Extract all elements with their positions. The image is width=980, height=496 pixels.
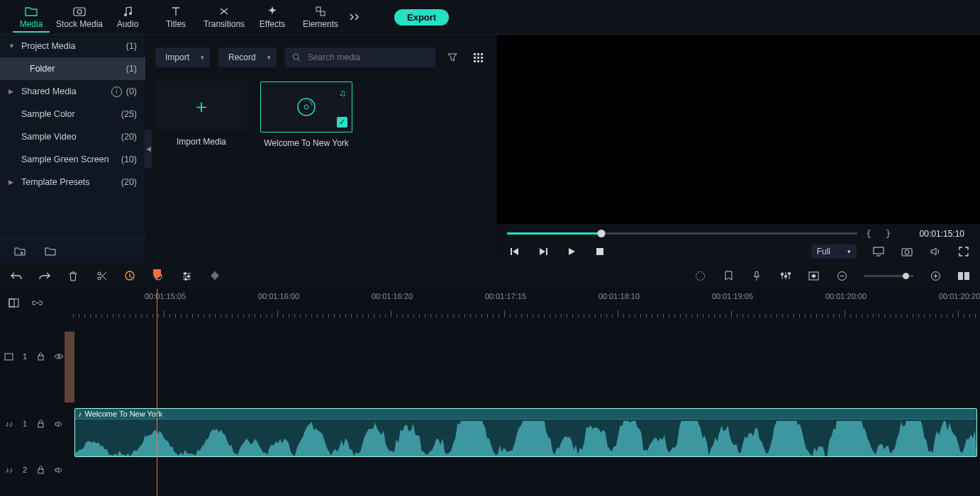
new-folder-icon[interactable] bbox=[14, 246, 25, 257]
svg-rect-41 bbox=[5, 354, 13, 360]
lock-icon[interactable] bbox=[35, 351, 45, 361]
chevron-down-icon: ▾ bbox=[847, 248, 851, 255]
svg-rect-8 bbox=[477, 53, 479, 55]
audio-track-number: 2 bbox=[23, 466, 27, 474]
media-card-caption: Import Media bbox=[177, 137, 226, 147]
transition-icon bbox=[218, 5, 230, 18]
search-input[interactable] bbox=[306, 52, 428, 63]
svg-rect-37 bbox=[958, 272, 963, 280]
link-icon[interactable] bbox=[32, 298, 43, 309]
snapshot-icon[interactable] bbox=[901, 245, 913, 258]
record-dropdown[interactable]: Record ▾ bbox=[218, 47, 277, 67]
zoom-slider[interactable] bbox=[864, 272, 913, 279]
svg-rect-45 bbox=[38, 469, 43, 473]
undo-icon[interactable] bbox=[10, 269, 23, 282]
audio-clip[interactable]: ♪ Welcome To New York bbox=[74, 408, 977, 457]
speaker-icon[interactable] bbox=[54, 465, 64, 475]
search-field[interactable] bbox=[285, 47, 435, 67]
svg-rect-38 bbox=[964, 272, 969, 280]
tree-item-sample-green-screen[interactable]: Sample Green Screen (10) bbox=[0, 148, 145, 171]
video-track-number: 1 bbox=[23, 352, 27, 361]
svg-point-6 bbox=[293, 54, 299, 60]
svg-rect-5 bbox=[321, 11, 325, 16]
tab-effects[interactable]: Effects bbox=[248, 1, 296, 33]
music-icon bbox=[121, 5, 134, 18]
svg-rect-13 bbox=[474, 60, 476, 62]
play-icon[interactable] bbox=[565, 245, 578, 258]
import-media-card[interactable]: ＋ Import Media bbox=[155, 81, 247, 148]
media-card-audio[interactable]: ♫ ✓ Welcome To New York bbox=[260, 81, 352, 148]
svg-rect-40 bbox=[9, 299, 14, 307]
preview-monitor bbox=[497, 35, 980, 224]
svg-rect-11 bbox=[477, 57, 479, 59]
preview-progress-slider[interactable] bbox=[507, 230, 857, 237]
tab-audio[interactable]: Audio bbox=[104, 1, 152, 33]
speed-icon[interactable] bbox=[123, 269, 136, 282]
media-tree: ▼ Project Media (1) Folder (1) ▶ Shared … bbox=[0, 35, 145, 263]
svg-rect-30 bbox=[755, 271, 758, 277]
eye-icon[interactable] bbox=[54, 351, 64, 361]
fullscreen-icon[interactable] bbox=[957, 245, 970, 258]
audio-wave-icon[interactable] bbox=[208, 269, 221, 282]
media-card-caption: Welcome To New York bbox=[264, 138, 349, 148]
stop-icon[interactable] bbox=[594, 245, 606, 258]
tree-item-sample-video[interactable]: Sample Video (20) bbox=[0, 125, 145, 148]
filter-icon[interactable] bbox=[444, 49, 461, 66]
lock-icon[interactable] bbox=[35, 465, 45, 475]
marker-icon[interactable] bbox=[722, 269, 735, 282]
render-icon[interactable] bbox=[694, 269, 706, 282]
playhead[interactable] bbox=[157, 289, 157, 496]
zoom-in-icon[interactable] bbox=[929, 269, 942, 282]
collapse-handle[interactable]: ◀ bbox=[145, 130, 152, 168]
mixer-icon[interactable] bbox=[779, 269, 791, 282]
lock-icon[interactable] bbox=[35, 419, 45, 429]
tree-item-project-media[interactable]: ▼ Project Media (1) bbox=[0, 35, 145, 57]
tree-item-sample-color[interactable]: Sample Color (25) bbox=[0, 103, 145, 125]
chevron-right-icon: ▶ bbox=[9, 88, 17, 95]
redo-icon[interactable] bbox=[38, 269, 51, 282]
tab-stock-media[interactable]: Stock Media bbox=[55, 1, 104, 33]
import-dropdown[interactable]: Import ▾ bbox=[155, 47, 210, 67]
tree-item-folder[interactable]: Folder (1) bbox=[0, 57, 145, 80]
volume-icon[interactable] bbox=[929, 245, 942, 258]
export-button[interactable]: Export bbox=[394, 9, 449, 26]
video-track-icon bbox=[4, 351, 14, 361]
svg-rect-44 bbox=[38, 423, 43, 427]
tab-elements[interactable]: Elements bbox=[296, 1, 345, 33]
grid-view-icon[interactable] bbox=[469, 49, 486, 66]
svg-point-29 bbox=[696, 271, 704, 280]
display-icon[interactable] bbox=[872, 245, 885, 258]
svg-rect-4 bbox=[316, 7, 321, 11]
audio-clip-title: Welcome To New York bbox=[85, 410, 163, 418]
chevron-down-icon: ▾ bbox=[267, 54, 271, 61]
camera-icon bbox=[73, 5, 86, 18]
nav-more-icon[interactable] bbox=[345, 13, 366, 21]
svg-rect-31 bbox=[781, 274, 783, 275]
delete-icon[interactable] bbox=[67, 269, 79, 282]
step-back-icon[interactable] bbox=[508, 245, 521, 258]
tree-item-template-presets[interactable]: ▶ Template Presets (20) bbox=[0, 171, 145, 193]
scissors-icon[interactable] bbox=[95, 269, 108, 282]
adjust-icon[interactable] bbox=[180, 269, 193, 282]
svg-rect-33 bbox=[788, 273, 790, 274]
preview-scale-dropdown[interactable]: Full ▾ bbox=[811, 244, 857, 259]
speaker-icon[interactable] bbox=[54, 419, 64, 429]
timeline-thumbnails-icon[interactable] bbox=[9, 298, 19, 309]
zoom-out-icon[interactable] bbox=[835, 269, 848, 282]
svg-rect-9 bbox=[481, 53, 483, 55]
tree-item-shared-media[interactable]: ▶ Shared Media i (0) bbox=[0, 80, 145, 103]
keyframe-icon[interactable] bbox=[807, 269, 820, 282]
voiceover-icon[interactable] bbox=[750, 269, 763, 282]
svg-rect-14 bbox=[477, 60, 479, 62]
mark-in-out-braces[interactable]: {} bbox=[866, 228, 906, 239]
zoom-fit-icon[interactable] bbox=[957, 269, 970, 282]
timeline-ruler[interactable]: 00:01:15:0500:01:16:0000:01:16:2000:01:1… bbox=[73, 289, 980, 317]
tab-transitions[interactable]: Transitions bbox=[200, 1, 248, 33]
svg-point-2 bbox=[124, 13, 127, 16]
music-note-icon: ♫ bbox=[339, 88, 346, 98]
step-forward-icon[interactable] bbox=[537, 245, 550, 258]
open-folder-icon[interactable] bbox=[45, 246, 55, 257]
tab-media[interactable]: Media bbox=[7, 1, 55, 33]
tab-titles[interactable]: Titles bbox=[152, 1, 200, 33]
svg-point-21 bbox=[905, 250, 909, 254]
